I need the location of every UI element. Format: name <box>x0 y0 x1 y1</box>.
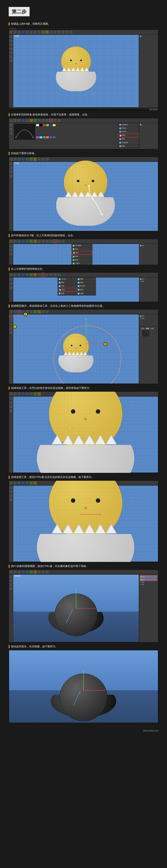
tb[interactable] <box>9 157 13 161</box>
object-panel: 球体 旋转 基本坐标对象 X Y Z <box>139 314 158 384</box>
stop-btn[interactable] <box>152 108 155 111</box>
viewport-front[interactable]: 正视图 <box>13 35 139 107</box>
titlebar-text: CINEMA 4D <box>9 28 16 29</box>
rec-btn[interactable] <box>155 108 158 111</box>
toolbar-btn[interactable] <box>41 30 45 34</box>
toolbar-btn[interactable] <box>69 30 73 34</box>
tool-btn[interactable] <box>9 35 13 39</box>
dd-item[interactable]: 放样 <box>72 255 92 258</box>
dd-item[interactable]: 细分曲面 <box>72 244 92 247</box>
primitive-dropdown[interactable]: 立方体 圆锥 圆柱 圆盘 平面 多边形 球体 圆环 胶囊 油桶 <box>58 277 96 296</box>
dd-item[interactable]: 贝塞尔 <box>118 127 139 130</box>
toolbar-btn[interactable] <box>37 119 41 122</box>
dd-item[interactable]: 螺旋 <box>118 145 139 148</box>
svg-point-4 <box>101 214 103 215</box>
toolbar-btn[interactable] <box>13 119 17 122</box>
toolbar-btn[interactable] <box>17 30 21 34</box>
viewport-persp[interactable]: 透视视图 <box>13 575 139 642</box>
toolbar-btn[interactable] <box>9 30 13 34</box>
tool-btn[interactable] <box>9 59 13 63</box>
dd-item[interactable]: B-样条 <box>118 130 139 133</box>
toolbar-btn[interactable] <box>25 30 29 34</box>
obj-row[interactable]: — <box>140 124 158 125</box>
tool-btn[interactable] <box>9 131 13 135</box>
dd-item[interactable]: 扫描 <box>72 258 92 262</box>
tb[interactable] <box>13 157 17 161</box>
dd-item-lathe[interactable]: 旋转 <box>72 251 92 255</box>
tool-btn[interactable] <box>9 47 13 51</box>
viewport-persp[interactable] <box>9 650 158 723</box>
obj-row[interactable]: — <box>140 35 158 37</box>
tool-btn[interactable] <box>9 123 13 127</box>
chick-closeup <box>26 392 145 473</box>
toolbar-btn[interactable] <box>45 30 49 34</box>
dd-item[interactable]: 草绘 <box>118 137 139 141</box>
main-toolbar <box>9 239 158 244</box>
toolbar-btn[interactable] <box>33 119 37 122</box>
tb[interactable] <box>21 157 25 161</box>
caption-7-text: 选择缩放工具，在空白的地方按住往里边拖拽，直到球体如下图所示。 <box>11 386 92 390</box>
toolbar-btn[interactable] <box>29 119 33 122</box>
generator-button[interactable] <box>53 239 57 243</box>
toolbar-btn[interactable] <box>25 119 29 122</box>
tool-btn[interactable] <box>9 55 13 59</box>
caption-1-text: 按键盘上的F4键，切换到正视图。 <box>11 22 51 26</box>
toolbar-btn[interactable] <box>53 30 57 34</box>
viewport-front[interactable] <box>13 485 158 562</box>
model-mode-btn[interactable] <box>9 315 13 318</box>
tb[interactable] <box>29 157 33 161</box>
toolbar-btn[interactable] <box>41 119 45 122</box>
spline-dropdown[interactable]: 自由样条 贝塞尔 B-样条 画笔 草绘 样条弧线 螺旋 <box>118 123 139 148</box>
dd-item[interactable]: 样条弧线 <box>118 141 139 145</box>
object-panel: 旋转 样条 <box>139 277 158 302</box>
viewport-front[interactable]: 1 2 3 <box>13 314 139 384</box>
object-panel: 球体.1 球体 旋转 样条 <box>139 575 158 642</box>
toolbar-btn[interactable] <box>45 119 49 122</box>
viewport-front[interactable] <box>13 396 158 473</box>
svg-point-1 <box>33 137 33 138</box>
toolbar-btn[interactable] <box>9 119 13 122</box>
toolbar-btn[interactable] <box>33 30 37 34</box>
tb[interactable] <box>37 157 41 161</box>
toolbar-btn[interactable] <box>37 30 41 34</box>
tb[interactable] <box>17 157 21 161</box>
toolbar-btn[interactable] <box>13 30 17 34</box>
primitive-button[interactable] <box>41 273 45 277</box>
caption-10: 按住蓝色箭头，向后拖拽，如下图所示。 <box>9 645 158 648</box>
tb[interactable] <box>25 157 29 161</box>
toolbar-btn[interactable] <box>21 30 25 34</box>
tool-btn[interactable] <box>9 51 13 55</box>
tool-btn[interactable] <box>9 39 13 43</box>
caption-6-text: 选择模型模式，再选择移动工具，点击右上角的小三角拖拽球体到如图所示位置。 <box>11 304 105 308</box>
obj-lathe[interactable]: 旋转 <box>140 581 158 583</box>
viewport-front[interactable]: 正视图 <box>13 162 158 231</box>
dd-item[interactable]: 贝塞尔 <box>72 262 92 265</box>
play-btn[interactable] <box>149 108 152 111</box>
spline-button[interactable] <box>49 119 53 122</box>
toolbar-btn[interactable] <box>57 30 61 34</box>
toolbar-btn[interactable] <box>21 119 25 122</box>
dd-item-pen[interactable]: 画笔 <box>118 133 139 137</box>
main-toolbar <box>9 273 158 277</box>
toolbar-btn[interactable] <box>57 119 61 122</box>
obj-spline[interactable]: 样条 <box>140 583 158 586</box>
dd-item[interactable]: 自由样条 <box>118 123 139 127</box>
toolbar-btn[interactable] <box>65 30 69 34</box>
obj-sphere1[interactable]: 球体.1 <box>140 575 158 578</box>
dd-item[interactable]: 挤压 <box>72 247 92 251</box>
step-title: 第二步 <box>9 7 30 16</box>
tool-btn[interactable] <box>9 127 13 131</box>
move-tool[interactable] <box>17 310 21 314</box>
tb[interactable] <box>33 157 37 161</box>
timeline-track[interactable] <box>9 109 149 111</box>
toolbar-btn[interactable] <box>49 30 53 34</box>
toolbar-btn[interactable] <box>61 30 65 34</box>
toolbar-btn[interactable] <box>17 119 21 122</box>
toolbar-btn[interactable] <box>29 30 33 34</box>
toolbar-btn[interactable] <box>53 119 57 122</box>
app-titlebar: CINEMA 4D <box>9 27 158 30</box>
tool-btn[interactable] <box>9 43 13 47</box>
obj-sphere[interactable]: 球体 <box>140 578 158 581</box>
generator-dropdown[interactable]: 细分曲面 挤压 旋转 放样 扫描 贝塞尔 <box>72 244 92 265</box>
main-toolbar <box>9 30 158 35</box>
